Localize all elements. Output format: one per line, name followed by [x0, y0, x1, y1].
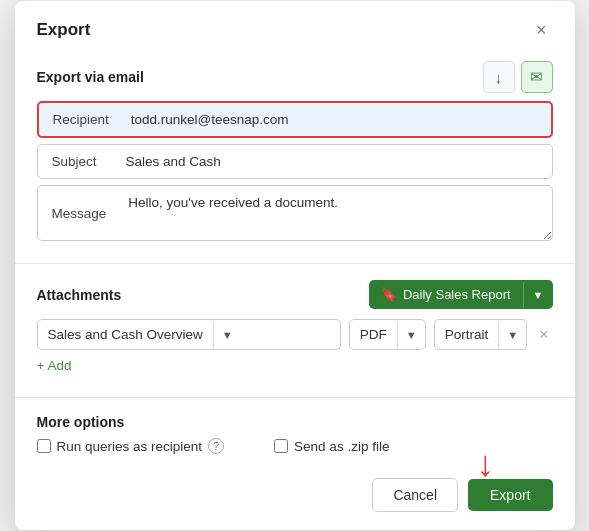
run-queries-checkbox[interactable]	[37, 439, 51, 453]
dialog-footer: Cancel Export	[15, 464, 575, 530]
attachment-options-row: Sales and Cash Overview ▼ PDF ▼ Portrait…	[37, 319, 553, 350]
download-icon: ↓	[495, 69, 503, 86]
format-select[interactable]: PDF ▼	[349, 319, 426, 350]
export-button[interactable]: Export	[468, 479, 552, 511]
attachments-section: Attachments 🔖 Daily Sales Report ▼ Sales…	[15, 270, 575, 391]
attachment-name-value: Sales and Cash Overview	[38, 320, 213, 349]
run-queries-label: Run queries as recipient	[57, 439, 203, 454]
orientation-select[interactable]: Portrait ▼	[434, 319, 527, 350]
dialog-header: Export ×	[15, 1, 575, 51]
checkbox-row: Run queries as recipient ? Send as .zip …	[37, 438, 553, 454]
recipient-label: Recipient	[39, 103, 123, 136]
add-attachment-button[interactable]: + Add	[37, 356, 72, 375]
orientation-value: Portrait	[435, 320, 499, 349]
more-options-title: More options	[37, 414, 125, 430]
dialog-title: Export	[37, 20, 91, 40]
recipient-row: Recipient	[37, 101, 553, 138]
attachments-title: Attachments	[37, 287, 122, 303]
orientation-chevron-icon: ▼	[498, 322, 526, 348]
subject-row: Subject	[37, 144, 553, 179]
email-icon: ✉	[530, 68, 543, 86]
more-options-section: More options Run queries as recipient ? …	[15, 404, 575, 464]
attachment-name-select[interactable]: Sales and Cash Overview ▼	[37, 319, 341, 350]
send-as-zip-label: Send as .zip file	[294, 439, 389, 454]
email-section: Export via email ↓ ✉ Recipient Subject M…	[15, 51, 575, 257]
email-icon-button[interactable]: ✉	[521, 61, 553, 93]
format-value: PDF	[350, 320, 397, 349]
attachment-name-chevron-icon: ▼	[213, 322, 241, 348]
bookmark-icon: 🔖	[381, 287, 397, 302]
message-input[interactable]: Hello, you've received a document.	[120, 186, 551, 240]
badge-chevron-icon: ▼	[523, 282, 553, 308]
cancel-button[interactable]: Cancel	[372, 478, 458, 512]
send-as-zip-group: Send as .zip file	[274, 439, 389, 454]
message-label: Message	[38, 197, 121, 230]
help-icon[interactable]: ?	[208, 438, 224, 454]
daily-sales-report-button[interactable]: 🔖 Daily Sales Report ▼	[369, 280, 553, 309]
download-icon-button[interactable]: ↓	[483, 61, 515, 93]
email-section-title: Export via email	[37, 69, 144, 85]
email-icon-group: ↓ ✉	[483, 61, 553, 93]
send-as-zip-checkbox[interactable]	[274, 439, 288, 453]
recipient-input[interactable]	[123, 103, 551, 136]
remove-attachment-button[interactable]: ×	[535, 322, 552, 348]
run-queries-group: Run queries as recipient ?	[37, 438, 225, 454]
close-button[interactable]: ×	[530, 19, 553, 41]
format-chevron-icon: ▼	[397, 322, 425, 348]
subject-input[interactable]	[118, 145, 552, 178]
message-row: Message Hello, you've received a documen…	[37, 185, 553, 241]
subject-label: Subject	[38, 145, 118, 178]
badge-label: Daily Sales Report	[403, 287, 511, 302]
